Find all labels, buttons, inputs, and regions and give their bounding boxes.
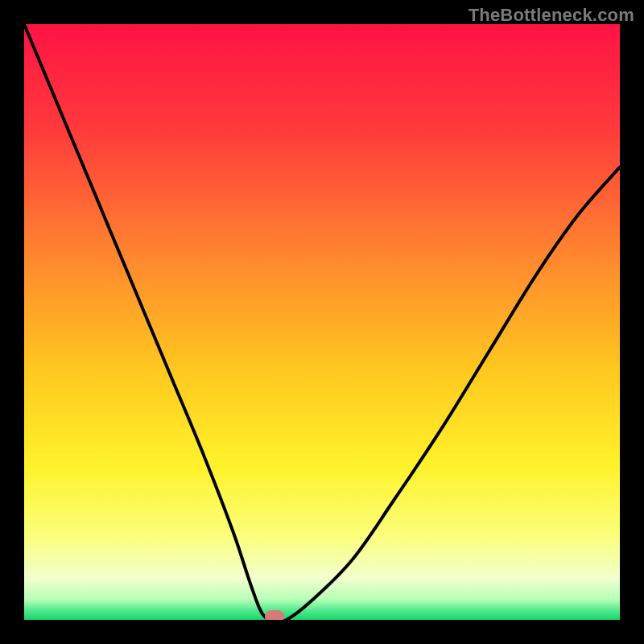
svg-rect-0 xyxy=(24,24,620,620)
chart-frame: TheBottleneck.com xyxy=(0,0,644,644)
plot-area xyxy=(24,24,620,620)
background-gradient xyxy=(24,24,620,620)
watermark-text: TheBottleneck.com xyxy=(469,5,634,26)
optimum-marker xyxy=(265,610,284,620)
